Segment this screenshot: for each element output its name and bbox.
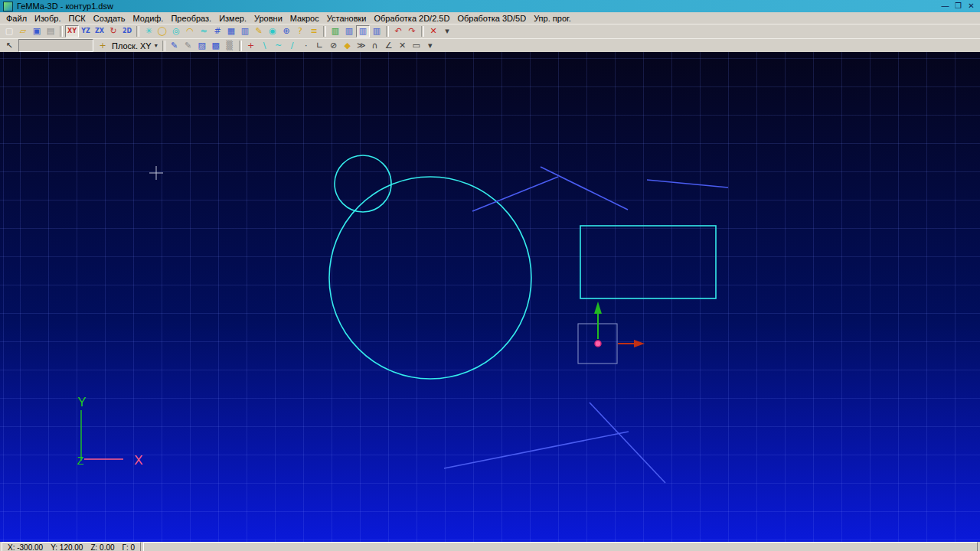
chevron-down-icon[interactable]: ▾: [155, 42, 158, 49]
toolbar-more-icon[interactable]: ▾: [440, 25, 454, 37]
rectangle-shape[interactable]: [580, 226, 716, 298]
status-z: Z: 0.00: [87, 543, 118, 551]
eye-icon[interactable]: ◉: [266, 25, 279, 37]
menu-item-0[interactable]: Файл: [2, 14, 31, 23]
list-icon[interactable]: ▥: [238, 25, 252, 37]
toolbar-separator: [386, 26, 389, 37]
ellipse-tool-icon[interactable]: ◎: [169, 25, 183, 37]
delete-icon[interactable]: ✕: [426, 25, 440, 37]
intersect-icon[interactable]: ⊘: [327, 40, 341, 52]
open-folder-icon[interactable]: ▱: [16, 25, 30, 37]
arc-tool-icon[interactable]: ◠: [183, 25, 197, 37]
point-tool-icon[interactable]: ✳: [142, 25, 155, 37]
y-axis-arrowhead-icon: [594, 302, 602, 314]
select-tool-icon[interactable]: ↖: [2, 40, 16, 52]
canvas-svg[interactable]: YXZ: [0, 52, 980, 542]
plane-xy-button[interactable]: XY: [65, 25, 79, 37]
main-toolbar: ▢▱▣▤XYYZZX↻2D✳◯◎◠≈#▦▥✎◉⊕?≡▥▥▥▥↶↷✕▾: [0, 24, 980, 38]
line-2[interactable]: [541, 167, 628, 210]
menu-item-1[interactable]: Изобр.: [31, 14, 64, 23]
viewport-split-icon[interactable]: ▥: [370, 25, 384, 37]
circle-tool-icon[interactable]: ◯: [155, 25, 169, 37]
toolbar-separator: [323, 26, 326, 37]
menu-item-12[interactable]: Упр. прог.: [530, 14, 575, 23]
erase-icon[interactable]: ✕: [396, 40, 410, 52]
window-title: ГеММа-3D - контур1.dsw: [17, 2, 939, 11]
macros-icon[interactable]: ≡: [307, 25, 321, 37]
toolbar-separator: [421, 26, 424, 37]
globe-icon[interactable]: ⊕: [279, 25, 293, 37]
menu-item-6[interactable]: Измер.: [215, 14, 250, 23]
line-3[interactable]: [647, 180, 728, 187]
status-message-area: [143, 542, 978, 551]
plane-zx-button[interactable]: ZX: [93, 25, 106, 37]
plane-selector[interactable]: Плоск. XY ▾: [109, 41, 160, 51]
line-1[interactable]: [472, 177, 558, 211]
region-icon[interactable]: ▩: [209, 40, 223, 52]
ucs-label-z: Z: [77, 455, 84, 467]
toolbar2-more-icon[interactable]: ▾: [423, 40, 437, 52]
circle-small[interactable]: [335, 155, 391, 212]
menu-item-2[interactable]: ПСК: [64, 14, 89, 23]
line-4[interactable]: [444, 432, 629, 468]
ruler-icon[interactable]: ▭: [410, 40, 423, 52]
close-button[interactable]: ✕: [965, 1, 978, 11]
viewport-blue-icon[interactable]: ▥: [342, 25, 356, 37]
help-icon[interactable]: ?: [293, 25, 307, 37]
app-icon: [3, 2, 13, 11]
pick-element-icon[interactable]: +: [96, 40, 109, 52]
menu-item-9[interactable]: Установки: [323, 14, 371, 23]
view-2d-button[interactable]: 2D: [120, 25, 134, 37]
trim-icon[interactable]: ∟: [313, 40, 327, 52]
menu-item-8[interactable]: Макрос: [286, 14, 323, 23]
menu-item-3[interactable]: Создать: [90, 14, 129, 23]
menu-item-10[interactable]: Обработка 2D/2.5D: [371, 14, 454, 23]
title-bar: ГеММа-3D - контур1.dsw — ❐ ✕: [0, 0, 980, 12]
new-file-icon[interactable]: ▢: [2, 25, 16, 37]
minimize-button[interactable]: —: [939, 1, 952, 11]
add-point-icon[interactable]: +: [244, 40, 258, 52]
segment-tool-icon[interactable]: /: [286, 40, 299, 52]
drawing-canvas[interactable]: YXZ: [0, 52, 980, 542]
midpoint-icon[interactable]: ·: [299, 40, 313, 52]
table-icon[interactable]: ▦: [224, 25, 238, 37]
edit-contour-icon[interactable]: ✎: [168, 40, 181, 52]
rotate-view-icon[interactable]: ↻: [106, 25, 120, 37]
tangent-icon[interactable]: ∩: [368, 40, 382, 52]
grid-icon[interactable]: #: [211, 25, 224, 37]
selected-point[interactable]: [595, 341, 601, 347]
print-icon[interactable]: ▤: [44, 25, 57, 37]
maximize-button[interactable]: ❐: [952, 1, 965, 11]
viewport-green-icon[interactable]: ▥: [328, 25, 342, 37]
redo-icon[interactable]: ↷: [405, 25, 419, 37]
menu-item-7[interactable]: Уровни: [250, 14, 286, 23]
tools-toolbar: ↖ + Плоск. XY ▾ ✎✎▨▩▒+\~/·∟⊘◆≫∩∠✕▭▾: [0, 38, 980, 52]
circle-large[interactable]: [329, 177, 531, 379]
plane-yz-button[interactable]: YZ: [79, 25, 93, 37]
edit-nodes-icon[interactable]: ✎: [181, 40, 195, 52]
x-axis-arrowhead-icon: [634, 340, 645, 347]
menu-bar: ФайлИзобр.ПСКСоздатьМодиф.Преобраз.Измер…: [0, 12, 980, 24]
ucs-label-y: Y: [77, 395, 86, 409]
pencil-icon[interactable]: ✎: [252, 25, 266, 37]
toolbar-separator: [60, 26, 63, 37]
line-tool-icon[interactable]: \: [258, 40, 272, 52]
menu-item-4[interactable]: Модиф.: [129, 14, 168, 23]
viewport-active-button[interactable]: ▥: [356, 25, 370, 37]
undo-icon[interactable]: ↶: [391, 25, 405, 37]
fill-bucket-icon[interactable]: ◆: [341, 40, 354, 52]
line-5[interactable]: [590, 403, 665, 483]
spline-tool-icon[interactable]: ≈: [197, 25, 211, 37]
menu-item-5[interactable]: Преобраз.: [167, 14, 215, 23]
shade-icon[interactable]: ▒: [223, 40, 237, 52]
toolbar-separator: [136, 26, 139, 37]
coordinates-panel: X: -300.00 Y: 120.00 Z: 0.00 Г: 0: [2, 542, 141, 551]
angle-icon[interactable]: ∠: [382, 40, 396, 52]
offset-icon[interactable]: ≫: [354, 40, 368, 52]
element-combobox[interactable]: [18, 39, 93, 52]
hatch-icon[interactable]: ▨: [195, 40, 209, 52]
save-icon[interactable]: ▣: [30, 25, 44, 37]
curve-tool-icon[interactable]: ~: [272, 40, 286, 52]
menu-item-11[interactable]: Обработка 3D/5D: [453, 14, 530, 23]
status-x: X: -300.00: [4, 543, 47, 551]
